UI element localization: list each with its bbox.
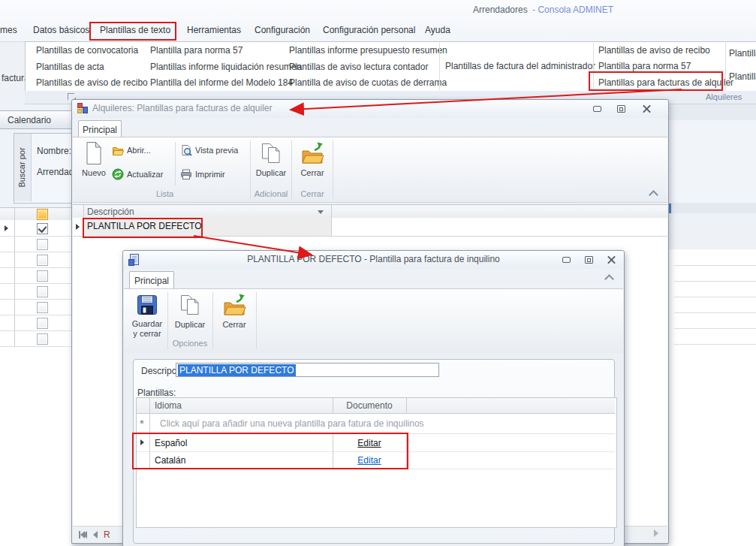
new-row-hint[interactable]: Click aquí para añadir una nueva plantil… xyxy=(160,418,424,429)
nav-first-record-icon[interactable] xyxy=(79,531,87,538)
top-menubar xyxy=(0,0,756,42)
window2-tab-principal[interactable]: Principal xyxy=(129,271,174,289)
window1-minimize-button[interactable] xyxy=(589,103,605,115)
window1-tab-principal[interactable]: Principal xyxy=(78,120,122,138)
window2-close-button[interactable] xyxy=(603,254,619,266)
window1-titlebar[interactable]: Alquileres: Plantillas para facturas de … xyxy=(72,100,668,119)
actualizar-button[interactable]: Actualizar xyxy=(112,168,163,180)
descripcion-selected-text: PLANTILLA POR DEFECTO xyxy=(178,364,296,376)
scroll-right-icon[interactable] xyxy=(654,529,658,537)
duplicar-button-w1[interactable]: Duplicar xyxy=(254,140,288,189)
window1-title: Alquileres: Plantillas para facturas de … xyxy=(92,103,272,113)
window1-maximize-button[interactable] xyxy=(613,103,629,115)
group-label-lista: Lista xyxy=(80,189,250,198)
bg-blank-right xyxy=(668,249,756,546)
window2-titlebar[interactable]: PLANTILLA POR DEFECTO - Plantilla para f… xyxy=(123,251,624,270)
window1-close-button[interactable] xyxy=(638,103,655,115)
cerrar-button-w2[interactable]: Cerrar xyxy=(215,292,253,339)
preview-icon xyxy=(180,144,192,156)
grid-row-selected[interactable]: PLANTILLA POR DEFECTO xyxy=(83,218,331,236)
editar-link-catalan[interactable]: Editar xyxy=(333,455,406,466)
ribbon-group-label-alquileres: Alquileres xyxy=(706,92,742,101)
dd-item-fragment-2[interactable]: Plantilla xyxy=(729,71,756,82)
new-page-icon xyxy=(84,141,104,165)
menu-item-fragment[interactable]: mes xyxy=(0,25,17,35)
dd-item-modelo-184[interactable]: Plantilla del informe del Modelo 184 xyxy=(150,77,293,88)
menu-item-herramientas[interactable]: Herramientas xyxy=(187,25,241,35)
imprimir-button[interactable]: Imprimir xyxy=(180,168,225,180)
menu-item-configuracion[interactable]: Configuración xyxy=(255,25,310,35)
menu-item-ayuda[interactable]: Ayuda xyxy=(425,25,450,35)
app-title-right: - Consola ADMINET xyxy=(532,5,613,15)
nuevo-button[interactable]: Nuevo xyxy=(80,140,108,189)
dd-separator-3 xyxy=(725,43,726,90)
window2-minimize-button[interactable] xyxy=(558,254,574,266)
dd-item-norma57-2[interactable]: Plantilla para norma 57 xyxy=(598,61,691,71)
buscar-por-label: Buscar por xyxy=(17,139,26,196)
menu-item-plantillas-de-texto[interactable]: Plantillas de texto xyxy=(100,25,170,35)
row-checkbox[interactable] xyxy=(37,239,48,250)
bg-blank-left xyxy=(0,347,72,546)
row-checkbox[interactable] xyxy=(37,255,48,266)
dd-item-acta[interactable]: Plantillas de acta xyxy=(36,62,104,72)
vista-previa-button[interactable]: Vista previa xyxy=(180,144,238,156)
dd-item-facturas-alquiler[interactable]: Plantillas para facturas de alquiler xyxy=(598,77,733,88)
dd-item-aviso-recibo-2[interactable]: Plantillas de aviso de recibo xyxy=(598,45,710,56)
ribbon-collapse-chevron-w2[interactable] xyxy=(604,274,614,284)
grid-row-catalan[interactable]: Catalán Editar xyxy=(137,451,615,469)
nav-prev-record-icon[interactable] xyxy=(93,531,98,538)
cerrar-button-w1[interactable]: Cerrar xyxy=(295,140,330,189)
dd-item-norma57-1[interactable]: Plantilla para norma 57 xyxy=(150,45,242,56)
row-checkbox[interactable] xyxy=(37,270,48,282)
row-checkbox[interactable] xyxy=(37,333,48,345)
row-checkbox[interactable] xyxy=(37,286,48,297)
nombre-label: Nombre: xyxy=(37,146,71,156)
open-folder-icon xyxy=(112,144,124,156)
row-checkbox[interactable] xyxy=(37,318,48,329)
plantillas-grid: Idioma Documento * Click aquí para añadi… xyxy=(136,397,617,528)
refresh-icon xyxy=(112,168,124,180)
editar-link-espanol[interactable]: Editar xyxy=(333,438,406,448)
idioma-cell: Español xyxy=(155,438,187,448)
column-header-idioma[interactable]: Idioma xyxy=(155,400,182,411)
column-header-descripcion[interactable]: Descripción xyxy=(87,207,134,217)
row-checkbox[interactable] xyxy=(37,302,48,313)
descripcion-input[interactable]: PLANTILLA POR DEFECTO xyxy=(176,363,439,377)
dd-item-presupuesto[interactable]: Plantillas informe presupuesto resumen xyxy=(289,45,447,56)
plantillas-label: Plantillas: xyxy=(137,388,176,398)
save-floppy-icon xyxy=(136,294,158,316)
dd-item-aviso-recibo-1[interactable]: Plantillas de aviso de recibo xyxy=(36,77,148,88)
window1-form-icon xyxy=(77,103,89,114)
duplicar-button-w2[interactable]: Duplicar xyxy=(170,292,209,339)
dd-item-convocatoria[interactable]: Plantillas de convocatoria xyxy=(36,45,138,56)
dd-separator-1 xyxy=(439,43,440,90)
row-checkbox-checked[interactable] xyxy=(37,223,48,234)
group-label-opciones: Opciones xyxy=(170,339,209,348)
menu-item-datos-basicos[interactable]: Datos básicos xyxy=(33,25,89,35)
window2-maximize-button[interactable] xyxy=(580,254,597,266)
group-label-cerrar: Cerrar xyxy=(295,189,330,198)
idioma-cell: Catalán xyxy=(155,455,185,466)
dd-separator-2 xyxy=(593,43,594,90)
dd-item-factura-administrador[interactable]: Plantillas de factura del administrador xyxy=(445,61,595,71)
header-checkbox-icon[interactable] xyxy=(37,209,48,220)
abrir-button[interactable]: Abrir... xyxy=(112,144,151,156)
dd-item-liquidacion[interactable]: Plantillas informe liquidación resumen xyxy=(150,62,301,72)
ribbon-collapse-chevron-w1[interactable] xyxy=(649,190,658,200)
column-header-documento[interactable]: Documento xyxy=(333,400,406,411)
menu-item-configuracion-personal[interactable]: Configuración personal xyxy=(323,25,415,35)
tab-calendario[interactable]: Calendario xyxy=(0,110,80,129)
bg-band xyxy=(668,203,756,213)
window1-grid-header[interactable]: Descripción xyxy=(73,204,667,219)
dd-item-lectura-contador[interactable]: Plantillas de aviso lectura contador xyxy=(289,62,428,72)
window2-tabstrip: Principal xyxy=(124,269,623,288)
grid-new-row[interactable]: * Click aquí para añadir una nueva plant… xyxy=(137,414,615,434)
group-label-adicional: Adicional xyxy=(254,189,288,198)
grid-row-espanol[interactable]: Español Editar xyxy=(137,434,615,452)
filter-dropdown-icon[interactable] xyxy=(318,210,324,214)
dd-item-cuotas-derrama[interactable]: Plantilla de aviso de cuotas de derrama xyxy=(289,77,447,88)
app-title-left: Arrendadores xyxy=(473,5,528,15)
guardar-y-cerrar-button[interactable]: Guardar y cerrar xyxy=(130,292,164,349)
dd-item-fragment-1[interactable]: Plantilla xyxy=(729,48,756,59)
app-title: Arrendadores - Consola ADMINET xyxy=(473,5,613,15)
